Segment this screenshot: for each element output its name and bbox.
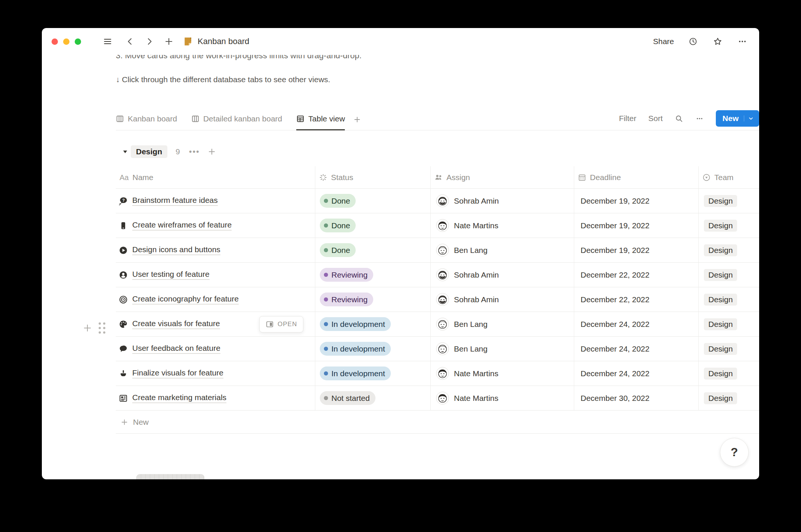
- back-button[interactable]: [124, 36, 136, 47]
- status-cell[interactable]: Done: [315, 238, 431, 262]
- insert-row-plus-icon[interactable]: [82, 323, 93, 333]
- name-cell[interactable]: User testing of feature: [116, 263, 315, 287]
- sidebar-menu-icon[interactable]: [102, 36, 113, 47]
- status-cell[interactable]: In development: [315, 312, 431, 336]
- add-row-button[interactable]: New: [116, 411, 759, 434]
- team-cell[interactable]: Design: [699, 263, 759, 287]
- deadline-cell[interactable]: December 24, 2022: [574, 361, 699, 386]
- assignee-cell[interactable]: Nate Martins: [431, 213, 574, 238]
- tab-table-view[interactable]: Table view: [296, 109, 345, 130]
- group-name-chip[interactable]: Design: [131, 145, 167, 158]
- deadline-cell[interactable]: December 22, 2022: [574, 263, 699, 287]
- more-options-icon[interactable]: [737, 36, 748, 47]
- deadline-cell[interactable]: December 30, 2022: [574, 386, 699, 410]
- team-chip[interactable]: Design: [704, 368, 737, 380]
- status-cell[interactable]: In development: [315, 361, 431, 386]
- new-page-icon[interactable]: [163, 36, 174, 47]
- deadline-cell[interactable]: December 22, 2022: [574, 287, 699, 312]
- group-collapse-toggle[interactable]: [116, 149, 131, 154]
- team-cell[interactable]: Design: [699, 312, 759, 336]
- name-cell[interactable]: Create wireframes of feature: [116, 213, 315, 238]
- name-cell[interactable]: Create marketing materials: [116, 386, 315, 410]
- partially-scrolled-element[interactable]: [136, 474, 204, 479]
- search-icon[interactable]: [675, 114, 683, 123]
- status-pill[interactable]: Done: [320, 194, 356, 208]
- status-cell[interactable]: Reviewing: [315, 287, 431, 312]
- new-button[interactable]: New: [716, 110, 759, 127]
- assignee-cell[interactable]: Nate Martins: [431, 386, 574, 410]
- group-add-row-button[interactable]: [207, 147, 216, 156]
- status-cell[interactable]: Done: [315, 189, 431, 213]
- status-pill[interactable]: In development: [320, 342, 391, 356]
- new-dropdown-chevron-icon[interactable]: [744, 115, 758, 121]
- view-more-options-icon[interactable]: [695, 114, 704, 123]
- assignee-cell[interactable]: Sohrab Amin: [431, 189, 574, 213]
- column-header-assign[interactable]: Assign: [431, 166, 574, 188]
- tab-detailed-kanban-board[interactable]: Detailed kanban board: [191, 109, 282, 130]
- history-clock-icon[interactable]: [687, 36, 699, 47]
- sort-button[interactable]: Sort: [648, 114, 663, 123]
- status-cell[interactable]: Reviewing: [315, 263, 431, 287]
- zoom-window-button[interactable]: [75, 38, 81, 45]
- task-name-link[interactable]: Create visuals for feature: [132, 319, 220, 329]
- team-chip[interactable]: Design: [704, 220, 737, 232]
- deadline-cell[interactable]: December 24, 2022: [574, 337, 699, 361]
- team-cell[interactable]: Design: [699, 337, 759, 361]
- help-button[interactable]: ?: [720, 438, 749, 467]
- drag-handle-icon[interactable]: [99, 322, 105, 334]
- task-name-link[interactable]: User feedback on feature: [132, 344, 220, 354]
- deadline-cell[interactable]: December 19, 2022: [574, 238, 699, 262]
- assignee-cell[interactable]: Sohrab Amin: [431, 287, 574, 312]
- favorite-star-icon[interactable]: [712, 36, 723, 47]
- column-header-team[interactable]: Team: [699, 166, 759, 188]
- deadline-cell[interactable]: December 19, 2022: [574, 213, 699, 238]
- add-view-button[interactable]: [353, 109, 361, 130]
- assignee-cell[interactable]: Sohrab Amin: [431, 263, 574, 287]
- close-window-button[interactable]: [52, 38, 58, 45]
- tab-kanban-board[interactable]: Kanban board: [116, 109, 177, 130]
- share-button[interactable]: Share: [653, 37, 674, 46]
- name-cell[interactable]: User feedback on feature: [116, 337, 315, 361]
- assignee-cell[interactable]: Ben Lang: [431, 312, 574, 336]
- assignee-cell[interactable]: Ben Lang: [431, 337, 574, 361]
- status-pill[interactable]: Done: [320, 243, 356, 257]
- task-name-link[interactable]: Design icons and buttons: [132, 245, 220, 255]
- status-pill[interactable]: Reviewing: [320, 268, 373, 282]
- name-cell[interactable]: Finalize visuals for feature: [116, 361, 315, 386]
- column-header-name[interactable]: AaName: [116, 166, 315, 188]
- task-name-link[interactable]: Create iconography for feature: [132, 294, 239, 304]
- group-more-options[interactable]: •••: [189, 147, 200, 157]
- team-chip[interactable]: Design: [704, 318, 737, 330]
- status-pill[interactable]: In development: [320, 366, 391, 380]
- deadline-cell[interactable]: December 24, 2022: [574, 312, 699, 336]
- task-name-link[interactable]: User testing of feature: [132, 270, 210, 280]
- name-cell[interactable]: Create visuals for feature OPEN: [116, 312, 315, 336]
- assignee-cell[interactable]: Ben Lang: [431, 238, 574, 262]
- status-cell[interactable]: Done: [315, 213, 431, 238]
- team-cell[interactable]: Design: [699, 361, 759, 386]
- team-chip[interactable]: Design: [704, 244, 737, 256]
- open-row-button[interactable]: OPEN: [259, 316, 303, 332]
- task-name-link[interactable]: Brainstorm feature ideas: [132, 196, 218, 206]
- task-name-link[interactable]: Create wireframes of feature: [132, 220, 232, 231]
- status-cell[interactable]: Not started: [315, 386, 431, 410]
- team-cell[interactable]: Design: [699, 287, 759, 312]
- status-cell[interactable]: In development: [315, 337, 431, 361]
- status-pill[interactable]: Not started: [320, 391, 375, 405]
- team-chip[interactable]: Design: [704, 195, 737, 207]
- minimize-window-button[interactable]: [63, 38, 69, 45]
- column-header-status[interactable]: Status: [315, 166, 431, 188]
- column-header-deadline[interactable]: Deadline: [574, 166, 699, 188]
- name-cell[interactable]: Create iconography for feature: [116, 287, 315, 312]
- filter-button[interactable]: Filter: [619, 114, 637, 123]
- status-pill[interactable]: Reviewing: [320, 293, 373, 306]
- forward-button[interactable]: [144, 36, 155, 47]
- breadcrumb[interactable]: Kanban board: [183, 36, 249, 47]
- deadline-cell[interactable]: December 19, 2022: [574, 189, 699, 213]
- task-name-link[interactable]: Create marketing materials: [132, 393, 226, 403]
- status-pill[interactable]: In development: [320, 317, 391, 331]
- assignee-cell[interactable]: Nate Martins: [431, 361, 574, 386]
- team-cell[interactable]: Design: [699, 189, 759, 213]
- status-pill[interactable]: Done: [320, 219, 356, 232]
- team-cell[interactable]: Design: [699, 238, 759, 262]
